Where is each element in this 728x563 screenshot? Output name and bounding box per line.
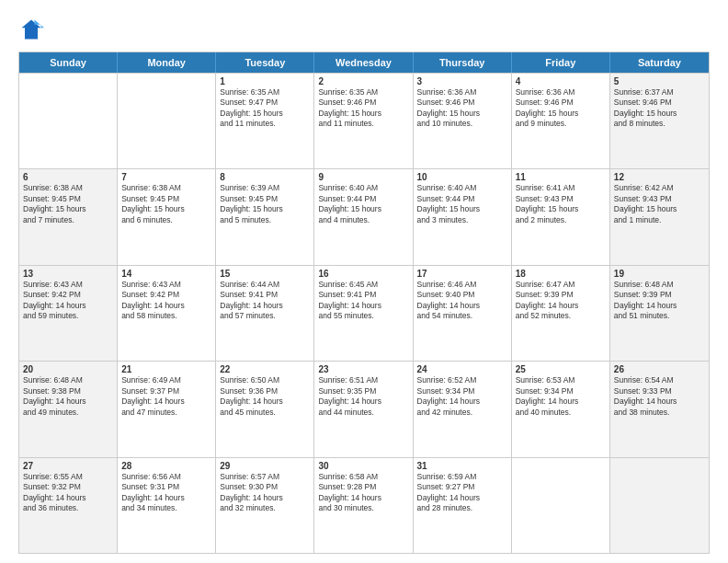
day-number: 22 [220, 364, 310, 374]
week-row-3: 20Sunrise: 6:48 AM Sunset: 9:38 PM Dayli… [19, 361, 709, 456]
cal-cell: 26Sunrise: 6:54 AM Sunset: 9:33 PM Dayli… [610, 362, 709, 456]
cal-cell: 31Sunrise: 6:59 AM Sunset: 9:27 PM Dayli… [414, 458, 512, 553]
cal-cell: 9Sunrise: 6:40 AM Sunset: 9:44 PM Daylig… [314, 169, 413, 264]
week-row-2: 13Sunrise: 6:43 AM Sunset: 9:42 PM Dayli… [19, 265, 709, 361]
day-number: 11 [516, 172, 606, 182]
day-number: 12 [614, 172, 705, 182]
day-info: Sunrise: 6:49 AM Sunset: 9:37 PM Dayligh… [121, 375, 211, 418]
cal-cell: 14Sunrise: 6:43 AM Sunset: 9:42 PM Dayli… [118, 266, 216, 361]
cal-cell: 13Sunrise: 6:43 AM Sunset: 9:42 PM Dayli… [19, 266, 118, 361]
day-number: 17 [417, 269, 507, 279]
day-number: 4 [516, 76, 606, 86]
day-info: Sunrise: 6:42 AM Sunset: 9:43 PM Dayligh… [614, 183, 705, 225]
day-info: Sunrise: 6:35 AM Sunset: 9:47 PM Dayligh… [220, 87, 310, 130]
day-info: Sunrise: 6:55 AM Sunset: 9:32 PM Dayligh… [23, 472, 113, 514]
day-number: 6 [23, 172, 113, 182]
cal-cell: 21Sunrise: 6:49 AM Sunset: 9:37 PM Dayli… [118, 362, 216, 456]
weekday-header-sunday: Sunday [19, 52, 118, 73]
cal-cell: 22Sunrise: 6:50 AM Sunset: 9:36 PM Dayli… [216, 362, 314, 456]
day-number: 13 [23, 269, 113, 279]
day-info: Sunrise: 6:47 AM Sunset: 9:39 PM Dayligh… [516, 280, 606, 322]
day-number: 26 [614, 364, 705, 374]
cal-cell: 15Sunrise: 6:44 AM Sunset: 9:41 PM Dayli… [216, 266, 314, 361]
cal-cell: 24Sunrise: 6:52 AM Sunset: 9:34 PM Dayli… [414, 362, 512, 456]
weekday-header-friday: Friday [512, 52, 610, 73]
day-number: 14 [121, 269, 211, 279]
week-row-0: 1Sunrise: 6:35 AM Sunset: 9:47 PM Daylig… [19, 73, 709, 168]
calendar: SundayMondayTuesdayWednesdayThursdayFrid… [18, 52, 710, 554]
day-info: Sunrise: 6:58 AM Sunset: 9:28 PM Dayligh… [318, 472, 408, 514]
day-number: 7 [121, 172, 211, 182]
cal-cell: 4Sunrise: 6:36 AM Sunset: 9:46 PM Daylig… [512, 74, 610, 168]
calendar-header: SundayMondayTuesdayWednesdayThursdayFrid… [19, 52, 709, 73]
day-number: 20 [23, 364, 113, 374]
cal-cell: 5Sunrise: 6:37 AM Sunset: 9:46 PM Daylig… [610, 74, 709, 168]
day-info: Sunrise: 6:37 AM Sunset: 9:46 PM Dayligh… [614, 87, 705, 130]
day-info: Sunrise: 6:57 AM Sunset: 9:30 PM Dayligh… [220, 472, 310, 514]
cal-cell: 3Sunrise: 6:36 AM Sunset: 9:46 PM Daylig… [414, 74, 512, 168]
day-info: Sunrise: 6:36 AM Sunset: 9:46 PM Dayligh… [516, 87, 606, 130]
day-info: Sunrise: 6:51 AM Sunset: 9:35 PM Dayligh… [318, 375, 408, 418]
day-number: 23 [318, 364, 408, 374]
day-number: 2 [318, 76, 408, 86]
cal-cell: 11Sunrise: 6:41 AM Sunset: 9:43 PM Dayli… [512, 169, 610, 264]
cal-cell: 27Sunrise: 6:55 AM Sunset: 9:32 PM Dayli… [19, 458, 118, 553]
day-number: 25 [516, 364, 606, 374]
day-info: Sunrise: 6:38 AM Sunset: 9:45 PM Dayligh… [23, 183, 113, 225]
day-info: Sunrise: 6:59 AM Sunset: 9:27 PM Dayligh… [417, 472, 507, 514]
day-info: Sunrise: 6:39 AM Sunset: 9:45 PM Dayligh… [220, 183, 310, 225]
day-info: Sunrise: 6:43 AM Sunset: 9:42 PM Dayligh… [23, 280, 113, 322]
day-info: Sunrise: 6:48 AM Sunset: 9:39 PM Dayligh… [614, 280, 705, 322]
day-info: Sunrise: 6:53 AM Sunset: 9:34 PM Dayligh… [516, 375, 606, 418]
weekday-header-thursday: Thursday [414, 52, 512, 73]
header [18, 17, 710, 42]
cal-cell: 19Sunrise: 6:48 AM Sunset: 9:39 PM Dayli… [610, 266, 709, 361]
cal-cell: 10Sunrise: 6:40 AM Sunset: 9:44 PM Dayli… [414, 169, 512, 264]
day-info: Sunrise: 6:50 AM Sunset: 9:36 PM Dayligh… [220, 375, 310, 418]
day-number: 1 [220, 76, 310, 86]
cal-cell [118, 74, 216, 168]
cal-cell: 2Sunrise: 6:35 AM Sunset: 9:46 PM Daylig… [314, 74, 413, 168]
day-number: 9 [318, 172, 408, 182]
day-number: 16 [318, 269, 408, 279]
day-info: Sunrise: 6:35 AM Sunset: 9:46 PM Dayligh… [318, 87, 408, 130]
cal-cell: 20Sunrise: 6:48 AM Sunset: 9:38 PM Dayli… [19, 362, 118, 456]
cal-cell: 8Sunrise: 6:39 AM Sunset: 9:45 PM Daylig… [216, 169, 314, 264]
day-number: 8 [220, 172, 310, 182]
day-info: Sunrise: 6:43 AM Sunset: 9:42 PM Dayligh… [121, 280, 211, 322]
cal-cell: 16Sunrise: 6:45 AM Sunset: 9:41 PM Dayli… [314, 266, 413, 361]
cal-cell: 6Sunrise: 6:38 AM Sunset: 9:45 PM Daylig… [19, 169, 118, 264]
day-number: 29 [220, 461, 310, 471]
calendar-body: 1Sunrise: 6:35 AM Sunset: 9:47 PM Daylig… [19, 73, 709, 553]
day-number: 21 [121, 364, 211, 374]
cal-cell: 30Sunrise: 6:58 AM Sunset: 9:28 PM Dayli… [314, 458, 413, 553]
day-info: Sunrise: 6:54 AM Sunset: 9:33 PM Dayligh… [614, 375, 705, 418]
day-number: 28 [121, 461, 211, 471]
cal-cell [19, 74, 118, 168]
day-number: 15 [220, 269, 310, 279]
day-info: Sunrise: 6:38 AM Sunset: 9:45 PM Dayligh… [121, 183, 211, 225]
day-info: Sunrise: 6:41 AM Sunset: 9:43 PM Dayligh… [516, 183, 606, 225]
day-number: 10 [417, 172, 507, 182]
cal-cell [512, 458, 610, 553]
day-info: Sunrise: 6:52 AM Sunset: 9:34 PM Dayligh… [417, 375, 507, 418]
day-info: Sunrise: 6:45 AM Sunset: 9:41 PM Dayligh… [318, 280, 408, 322]
cal-cell: 17Sunrise: 6:46 AM Sunset: 9:40 PM Dayli… [414, 266, 512, 361]
logo [18, 17, 48, 42]
day-number: 24 [417, 364, 507, 374]
day-info: Sunrise: 6:48 AM Sunset: 9:38 PM Dayligh… [23, 375, 113, 418]
svg-marker-0 [22, 20, 41, 40]
week-row-1: 6Sunrise: 6:38 AM Sunset: 9:45 PM Daylig… [19, 168, 709, 264]
day-number: 5 [614, 76, 705, 86]
day-number: 19 [614, 269, 705, 279]
day-info: Sunrise: 6:44 AM Sunset: 9:41 PM Dayligh… [220, 280, 310, 322]
cal-cell: 29Sunrise: 6:57 AM Sunset: 9:30 PM Dayli… [216, 458, 314, 553]
page: SundayMondayTuesdayWednesdayThursdayFrid… [0, 0, 728, 563]
day-info: Sunrise: 6:36 AM Sunset: 9:46 PM Dayligh… [417, 87, 507, 130]
logo-icon [18, 17, 44, 42]
day-number: 27 [23, 461, 113, 471]
day-number: 18 [516, 269, 606, 279]
day-number: 30 [318, 461, 408, 471]
cal-cell: 25Sunrise: 6:53 AM Sunset: 9:34 PM Dayli… [512, 362, 610, 456]
day-number: 3 [417, 76, 507, 86]
